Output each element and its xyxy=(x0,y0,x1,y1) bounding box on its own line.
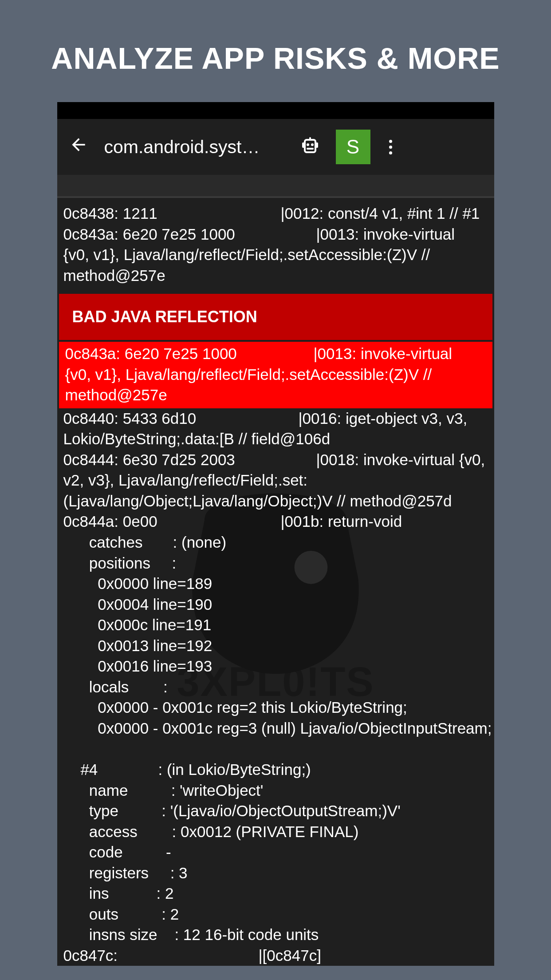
code-line: 0c8438: 1211|0012: const/4 v1, #int 1 //… xyxy=(57,203,494,224)
code-line: 0x0000 line=189 xyxy=(57,573,494,594)
code-line: 0x0004 line=190 xyxy=(57,594,494,615)
code-line: outs : 2 xyxy=(57,904,494,925)
code-line: {v0, v1}, Ljava/lang/reflect/Field;.setA… xyxy=(57,245,494,286)
status-badge[interactable]: S xyxy=(336,130,370,164)
more-vert-icon[interactable] xyxy=(386,140,396,154)
code-line: registers : 3 xyxy=(57,863,494,884)
code-line: access : 0x0012 (PRIVATE FINAL) xyxy=(57,822,494,842)
code-line: name : 'writeObject' xyxy=(57,780,494,801)
code-line: insns size : 12 16-bit code units xyxy=(57,925,494,945)
code-line: v2, v3}, Ljava/lang/reflect/Field;.set:(… xyxy=(57,470,494,511)
code-line: 0c847c:|[0c847c] xyxy=(57,945,494,966)
code-line: code - xyxy=(57,842,494,863)
code-line: 0c8440: 5433 6d10|0016: iget-object v3, … xyxy=(57,408,494,429)
app-bar-title: com.android.syst… xyxy=(104,137,299,158)
back-icon[interactable] xyxy=(65,135,92,159)
code-line: 0c844a: 0e00|001b: return-void xyxy=(57,511,494,532)
alert-heading: BAD JAVA REFLECTION xyxy=(59,294,492,340)
code-line: 0x0013 line=192 xyxy=(57,636,494,656)
code-line: 0x000c line=191 xyxy=(57,615,494,636)
code-line: catches : (none) xyxy=(57,532,494,553)
robot-icon[interactable] xyxy=(299,135,321,158)
code-line: type : '(Ljava/io/ObjectOutputStream;)V' xyxy=(57,801,494,822)
code-area[interactable]: 3XPL0!TS 0c8438: 1211|0012: const/4 v1, … xyxy=(57,198,494,966)
code-line: 0x0016 line=193 xyxy=(57,656,494,677)
code-line: 0x0000 - 0x001c reg=2 this Lokio/ByteStr… xyxy=(57,697,494,718)
disassembly-listing: 0c8438: 1211|0012: const/4 v1, #int 1 //… xyxy=(57,203,494,966)
code-line: 0c843a: 6e20 7e25 1000|0013: invoke-virt… xyxy=(57,224,494,245)
toolbar-spacer xyxy=(57,175,494,196)
status-bar xyxy=(57,102,494,119)
code-line: #4 : (in Lokio/ByteString;) xyxy=(57,759,494,780)
code-line: 0c8444: 6e30 7d25 2003|0018: invoke-virt… xyxy=(57,450,494,470)
code-line: 0x0000 - 0x001c reg=3 (null) Ljava/io/Ob… xyxy=(57,718,494,739)
code-line xyxy=(57,739,494,759)
code-line: Lokio/ByteString;.data:[B // field@106d xyxy=(57,429,494,450)
hero-title: ANALYZE APP RISKS & MORE xyxy=(0,0,551,102)
code-line: ins : 2 xyxy=(57,883,494,904)
phone-frame: com.android.syst… S 3XPL0!TS 0c xyxy=(57,102,494,966)
app-bar: com.android.syst… S xyxy=(57,119,494,175)
code-line: positions : xyxy=(57,553,494,574)
code-line: locals : xyxy=(57,677,494,698)
alert-body: 0c843a: 6e20 7e25 1000|0013: invoke-virt… xyxy=(59,342,492,408)
